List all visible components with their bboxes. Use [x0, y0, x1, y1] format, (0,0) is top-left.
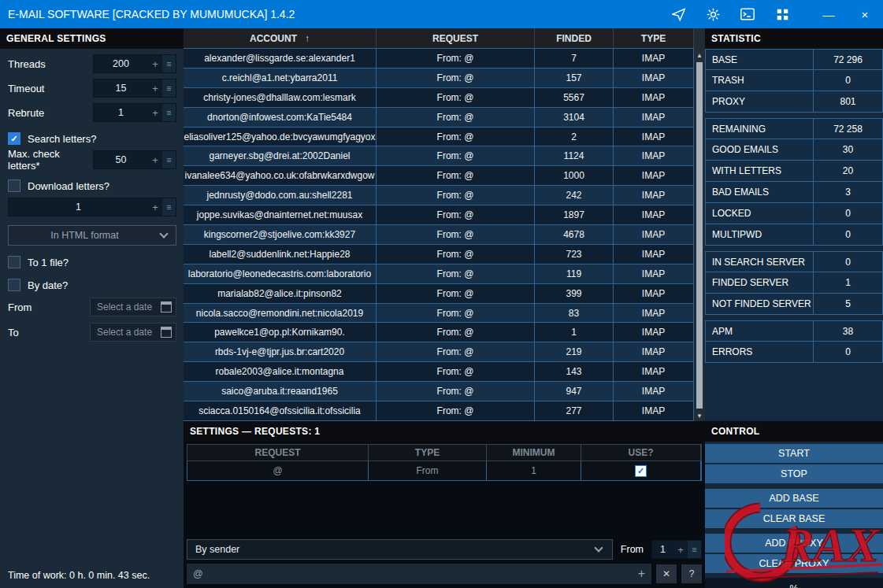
date-from-row: From Select a date [8, 298, 176, 316]
send-icon[interactable] [670, 6, 686, 22]
table-row[interactable]: eliasoliver125@yahoo.de:bvcyawumgfyagyox… [184, 128, 694, 147]
table-row[interactable]: alexander@lissgarde.se:alexander1From: @… [184, 49, 694, 68]
search-letters-checkbox[interactable] [8, 132, 20, 145]
download-letters-checkbox[interactable] [8, 179, 20, 192]
from-label: From [621, 544, 644, 555]
table-row[interactable]: christy-jones@dhalllaw.com:lesmarkFrom: … [184, 88, 694, 108]
cell-request: From: @ [377, 108, 535, 127]
remove-request-button[interactable]: ✕ [656, 564, 677, 583]
timeout-stepper[interactable]: 15 + ≡ [93, 79, 176, 98]
stat-row: NOT FINDED SERVER5 [705, 294, 883, 315]
cell-type: IMAP [614, 323, 694, 342]
stat-value: 801 [813, 91, 882, 112]
terminal-icon[interactable] [740, 6, 755, 22]
stepper-handle-icon[interactable]: ≡ [162, 80, 176, 97]
stat-group: APM38ERRORS0 [705, 320, 883, 363]
cell-request: From: @ [377, 342, 535, 361]
request-row[interactable]: @ From 1 [187, 461, 702, 481]
max-check-letters-row: Max. check letters* 50 + ≡ [8, 150, 176, 169]
stepper-plus-icon[interactable]: + [148, 198, 162, 216]
table-row[interactable]: labell2@suddenlink.net:Happie28From: @72… [184, 245, 694, 264]
add-proxy-button[interactable]: ADD PROXY [705, 534, 883, 553]
stepper-plus-icon[interactable]: + [148, 151, 162, 168]
general-settings-panel: GENERAL SETTINGS Threads 200 + ≡ Timeout… [0, 28, 184, 588]
stepper-plus-icon[interactable]: + [148, 104, 162, 121]
format-select[interactable]: In HTML format [8, 225, 176, 246]
from-count-stepper[interactable]: 1 + ≡ [651, 540, 702, 559]
apps-icon[interactable] [774, 6, 790, 22]
scrollbar-thumb[interactable] [696, 62, 703, 409]
request-cell-type: From [369, 461, 487, 480]
date-to-input[interactable]: Select a date [90, 323, 176, 342]
table-row[interactable]: saico@aruba.it:reaand1965From: @947IMAP [184, 382, 694, 401]
by-date-checkbox[interactable] [8, 279, 20, 291]
date-from-input[interactable]: Select a date [90, 298, 176, 316]
download-count-value: 1 [9, 198, 148, 216]
table-row[interactable]: rbds-1vj-e@tjpr.jus.br:cart2020From: @21… [184, 342, 694, 362]
general-settings-header: GENERAL SETTINGS [0, 28, 184, 49]
table-row[interactable]: laboratorio@leonedecastris.com:laborator… [184, 264, 694, 284]
table-row[interactable]: robale2003@alice.it:montagnaFrom: @143IM… [184, 362, 694, 382]
column-header-account[interactable]: ACCOUNT ↑ [184, 28, 377, 48]
table-row[interactable]: nicola.sacco@remondini.net:nicola2019Fro… [184, 304, 694, 324]
column-header-finded[interactable]: FINDED [535, 28, 614, 48]
table-row[interactable]: ivanalee634@yahoo.co.uk:ofabrwkarxdwgowF… [184, 166, 694, 186]
requests-empty-area [187, 481, 702, 536]
stat-value: 0 [813, 203, 882, 224]
add-request-icon[interactable]: + [638, 567, 645, 581]
calendar-icon[interactable] [161, 301, 172, 312]
calendar-icon[interactable] [161, 327, 172, 338]
stepper-plus-icon[interactable]: + [148, 80, 162, 97]
stepper-handle-icon[interactable]: ≡ [162, 104, 176, 121]
table-row[interactable]: dnorton@infowest.com:KaTie5484From: @310… [184, 108, 694, 128]
download-count-stepper[interactable]: 1 + ≡ [8, 198, 176, 216]
timeout-label: Timeout [8, 83, 93, 94]
add-base-button[interactable]: ADD BASE [705, 489, 883, 508]
stepper-handle-icon[interactable]: ≡ [162, 151, 176, 168]
clear-proxy-button[interactable]: CLEAR PROXY [705, 554, 883, 573]
column-header-type[interactable]: TYPE [614, 28, 694, 48]
control-button-group: STARTSTOP [705, 443, 883, 484]
stat-row: GOOD EMAILS30 [705, 139, 883, 161]
clear-base-button[interactable]: CLEAR BASE [705, 509, 883, 528]
to-one-file-checkbox[interactable] [8, 256, 20, 268]
stepper-handle-icon[interactable]: ≡ [162, 55, 176, 72]
stepper-handle-icon[interactable]: ≡ [162, 198, 176, 216]
table-row[interactable]: joppe.suvikas@dnainternet.net:muusaxFrom… [184, 205, 694, 225]
stepper-plus-icon[interactable]: + [148, 55, 162, 72]
minimize-button[interactable]: — [811, 0, 847, 28]
table-row[interactable]: c.reichl@a1.net:ybarra2011From: @157IMAP [184, 68, 694, 88]
start-button[interactable]: START [705, 444, 883, 463]
cell-type: IMAP [614, 382, 694, 401]
table-row[interactable]: marialab82@alice.it:pinson82From: @399IM… [184, 284, 694, 304]
threads-stepper[interactable]: 200 + ≡ [93, 54, 176, 73]
stat-value: 1 [813, 272, 882, 293]
table-row[interactable]: pawelkce1@op.pl:Kornikam90.From: @1IMAP [184, 323, 694, 342]
help-button[interactable]: ? [681, 564, 702, 583]
request-cell-request: @ [187, 461, 369, 480]
use-checkbox[interactable] [635, 465, 647, 477]
stepper-plus-icon[interactable]: + [673, 541, 688, 558]
stat-row: IN SEARCH SERVER0 [705, 251, 883, 272]
table-row[interactable]: jednrusty@dodo.com.au:shell2281From: @24… [184, 186, 694, 205]
cell-request: From: @ [377, 146, 535, 165]
scrollbar-up-icon[interactable]: ▲ [696, 50, 703, 61]
cell-request: From: @ [377, 68, 535, 87]
close-button[interactable]: × [847, 0, 883, 28]
table-row[interactable]: garneyer.sbg@drei.at:2002DanielFrom: @11… [184, 146, 694, 166]
stat-label: APM [706, 321, 813, 341]
scrollbar[interactable]: ▲ ▼ [694, 28, 705, 421]
column-header-request[interactable]: REQUEST [377, 28, 535, 48]
by-date-row: By date? [8, 279, 176, 291]
table-row[interactable]: sciacca.0150164@ofssicilia.it:ofssicilia… [184, 401, 694, 421]
max-check-letters-stepper[interactable]: 50 + ≡ [93, 150, 176, 169]
scrollbar-down-icon[interactable]: ▼ [696, 410, 703, 421]
sender-select[interactable]: By sender [187, 539, 613, 560]
cell-finded: 947 [535, 382, 614, 401]
gear-icon[interactable] [705, 6, 721, 22]
rebrute-stepper[interactable]: 1 + ≡ [93, 103, 176, 122]
request-input[interactable]: @ + [187, 564, 651, 584]
stop-button[interactable]: STOP [705, 464, 883, 483]
stepper-handle-icon[interactable]: ≡ [688, 541, 701, 558]
table-row[interactable]: kingscorner2@stjoelive.com:kk3927From: @… [184, 225, 694, 245]
